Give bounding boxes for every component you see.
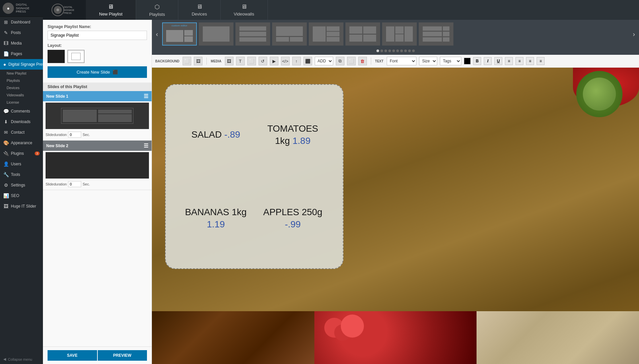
sidebar-item-users[interactable]: 👤 Users bbox=[0, 159, 43, 169]
text-color-picker[interactable] bbox=[464, 58, 471, 64]
sidebar-sub-devices[interactable]: Devices bbox=[0, 84, 43, 91]
dsp-icon: ● bbox=[3, 62, 6, 67]
carousel-item-5[interactable] bbox=[345, 22, 380, 46]
food-images-strip bbox=[152, 311, 639, 364]
carousel-prev-arrow[interactable]: ‹ bbox=[153, 30, 161, 38]
media-shape-btn[interactable]: ⬜ bbox=[247, 57, 256, 65]
slide1-duration: Slideduration Sec. bbox=[43, 130, 152, 140]
collapse-menu[interactable]: ◀ Collapse menu bbox=[0, 354, 43, 364]
slide2-thumbnail[interactable] bbox=[46, 152, 149, 179]
playlist-name-input[interactable] bbox=[48, 31, 147, 40]
carousel-item-0[interactable]: custom editor bbox=[162, 22, 197, 46]
sidebar-item-tools[interactable]: 🔧 Tools bbox=[0, 169, 43, 180]
dot-6[interactable] bbox=[396, 50, 399, 52]
dot-10[interactable] bbox=[412, 50, 415, 52]
media-image-btn[interactable]: 🖼 bbox=[225, 57, 233, 65]
sidebar-item-seo[interactable]: 📊 SEO bbox=[0, 190, 43, 201]
sidebar-item-contact[interactable]: ✉ Contact bbox=[0, 127, 43, 138]
sidebar-item-posts[interactable]: ✎ Posts bbox=[0, 27, 43, 38]
align-center-btn[interactable]: ≡ bbox=[515, 57, 523, 65]
tab-videowalls[interactable]: 🖥 Videowalls bbox=[221, 0, 268, 20]
tab-devices[interactable]: 🖥 Devices bbox=[178, 0, 220, 20]
justify-btn[interactable]: ≡ bbox=[537, 57, 545, 65]
slide2-duration-input[interactable] bbox=[68, 181, 81, 187]
sidebar-sub-videowalls[interactable]: Videowalls bbox=[0, 91, 43, 99]
layout-option-dark[interactable] bbox=[48, 50, 65, 63]
preview-button[interactable]: PREVIEW bbox=[98, 350, 147, 361]
paste-btn[interactable]: ⬜ bbox=[347, 57, 356, 65]
font-select[interactable]: Font bbox=[387, 57, 416, 65]
carousel-item-2[interactable] bbox=[235, 22, 270, 46]
sidebar-item-plugins[interactable]: 🔌 Plugins 3 bbox=[0, 148, 43, 159]
media-video-btn[interactable]: ▶ bbox=[270, 57, 278, 65]
slide2-menu-icon[interactable]: ☰ bbox=[144, 143, 148, 149]
dot-4[interactable] bbox=[388, 50, 391, 52]
layout-option-light[interactable] bbox=[67, 50, 85, 63]
sidebar-item-downloads[interactable]: ⬇ Downloads bbox=[0, 116, 43, 127]
bg-color-btn[interactable]: ⬜ bbox=[183, 57, 191, 65]
carousel-item-3[interactable] bbox=[272, 22, 307, 46]
carousel-item-1[interactable] bbox=[199, 22, 233, 46]
media-text-btn[interactable]: T bbox=[236, 57, 245, 65]
sidebar-item-pages[interactable]: 📄 Pages bbox=[0, 49, 43, 59]
sidebar-sub-license[interactable]: License bbox=[0, 99, 43, 106]
media-block-btn[interactable]: ⬛ bbox=[303, 57, 312, 65]
align-left-btn[interactable]: ≡ bbox=[505, 57, 513, 65]
layout-label: Layout: bbox=[48, 43, 147, 48]
price-board[interactable]: SALAD -.89 TOMATOES1kg 1.89 BANANAS 1kg1… bbox=[165, 84, 343, 269]
underline-btn[interactable]: U bbox=[494, 57, 502, 65]
slide1-duration-input[interactable] bbox=[68, 132, 81, 138]
tomatoes-image bbox=[314, 311, 477, 364]
price-item-bananas: BANANAS 1kg1.19 bbox=[185, 206, 247, 230]
appearance-icon: 🎨 bbox=[3, 140, 9, 146]
left-panel: Signage Playlist Name: Layout: Create Ne… bbox=[43, 20, 152, 364]
coffee-image bbox=[152, 311, 314, 364]
carousel-item-4[interactable] bbox=[309, 22, 343, 46]
italic-btn[interactable]: I bbox=[484, 57, 492, 65]
toolbar-sep-2 bbox=[371, 57, 371, 65]
slide1-thumb-inner bbox=[61, 108, 133, 124]
sidebar-item-media[interactable]: 🎞 Media bbox=[0, 38, 43, 49]
sidebar-sub-playlists[interactable]: Playlists bbox=[0, 77, 43, 84]
align-right-btn[interactable]: ≡ bbox=[526, 57, 534, 65]
sidebar-item-comments[interactable]: 💬 Comments bbox=[0, 106, 43, 116]
slide1-menu-icon[interactable]: ☰ bbox=[144, 93, 148, 99]
add-select[interactable]: ADD bbox=[315, 57, 333, 65]
media-refresh-btn[interactable]: ↺ bbox=[259, 57, 267, 65]
playlist-name-section: Signage Playlist Name: bbox=[43, 20, 152, 43]
dot-8[interactable] bbox=[404, 50, 407, 52]
save-button[interactable]: SAVE bbox=[48, 350, 97, 361]
slides-section-header: Slides of this Playlist bbox=[43, 83, 152, 91]
editor-canvas[interactable]: SALAD -.89 TOMATOES1kg 1.89 BANANAS 1kg1… bbox=[152, 68, 639, 364]
copy-btn[interactable]: ⧉ bbox=[336, 57, 344, 65]
dot-3[interactable] bbox=[384, 50, 387, 52]
media-code-btn[interactable]: </> bbox=[281, 57, 290, 65]
sidebar-item-settings[interactable]: ⚙ Settings bbox=[0, 180, 43, 190]
kiwi-overlay bbox=[576, 71, 622, 117]
media-upload-btn[interactable]: ↑ bbox=[292, 57, 301, 65]
sidebar-item-dsp[interactable]: ● Digital Signage Press bbox=[0, 59, 43, 70]
dot-2[interactable] bbox=[380, 50, 383, 52]
tab-new-playlist[interactable]: 🖥 New Playlist bbox=[86, 0, 136, 20]
sidebar-item-appearance[interactable]: 🎨 Appearance bbox=[0, 138, 43, 148]
create-new-slide-button[interactable]: Create New Slide ⬛ bbox=[48, 66, 147, 78]
bg-image-btn[interactable]: 🖼 bbox=[194, 57, 202, 65]
size-select[interactable]: Size bbox=[419, 57, 437, 65]
carousel-next-arrow[interactable]: › bbox=[630, 30, 638, 38]
tags-select[interactable]: Tags bbox=[440, 57, 461, 65]
sidebar-sub-new-playlist[interactable]: New Playlist bbox=[0, 70, 43, 77]
carousel-item-7[interactable] bbox=[419, 22, 453, 46]
slide1-thumbnail[interactable] bbox=[46, 103, 149, 129]
delete-btn[interactable]: 🗑 bbox=[358, 57, 367, 65]
media-label: MEDIA bbox=[211, 59, 221, 63]
devices-tab-icon: 🖥 bbox=[196, 3, 202, 10]
sidebar-item-dashboard[interactable]: ⊞ Dashboard bbox=[0, 17, 43, 27]
dot-7[interactable] bbox=[400, 50, 403, 52]
dot-1[interactable] bbox=[376, 50, 379, 52]
dot-9[interactable] bbox=[408, 50, 411, 52]
sidebar-item-huge-slider[interactable]: 🖼 Huge IT Slider bbox=[0, 201, 43, 212]
dot-5[interactable] bbox=[392, 50, 395, 52]
tab-playlists[interactable]: ⬡ Playlists bbox=[136, 0, 179, 20]
carousel-item-6[interactable] bbox=[382, 22, 417, 46]
bold-btn[interactable]: B bbox=[473, 57, 481, 65]
